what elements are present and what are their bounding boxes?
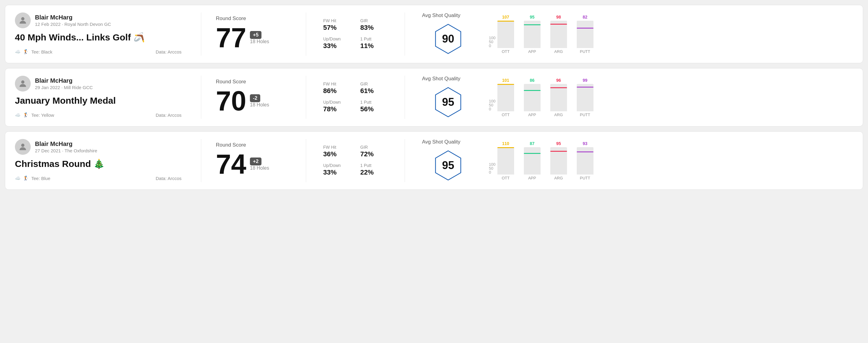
updown-value: 33% <box>323 42 350 50</box>
bar-group-arg: 98 ARG <box>550 14 567 54</box>
bar-wrapper-arg <box>550 84 567 111</box>
fw-hit-label: FW Hit <box>323 18 350 23</box>
bar-group-putt: 82 PUTT <box>577 14 593 54</box>
hexagon-container: 90 <box>431 22 465 56</box>
user-info: Blair McHarg 12 Feb 2022 · Royal North D… <box>35 14 111 27</box>
svg-point-2 <box>21 80 25 84</box>
user-info: Blair McHarg 29 Jan 2022 · Mill Ride GCC <box>35 77 93 90</box>
bar-line-app <box>524 90 540 91</box>
user-name: Blair McHarg <box>35 14 111 21</box>
bar-value-app: 86 <box>530 78 534 83</box>
updown-stat: Up/Down 78% <box>323 100 350 113</box>
chart-section: 100500 107 OTT 95 APP 98 ARG 82 <box>482 12 853 56</box>
avatar <box>15 76 31 92</box>
bar-wrapper-ott <box>497 21 514 48</box>
stats-section: FW Hit 86% GIR 61% Up/Down 78% 1 Putt 56… <box>316 76 395 119</box>
user-header: Blair McHarg 29 Jan 2022 · Mill Ride GCC <box>15 76 182 92</box>
hexagon: 95 <box>431 86 465 119</box>
fw-hit-label: FW Hit <box>323 82 350 86</box>
bar-label-app: APP <box>528 176 536 180</box>
bar-wrapper-app <box>524 147 540 175</box>
tee-info: ☁️ 🏌️ Tee: Blue <box>15 176 51 181</box>
oneputt-label: 1 Putt <box>360 36 388 41</box>
oneputt-value: 22% <box>360 168 388 176</box>
bar-label-app: APP <box>528 113 536 117</box>
round-card-1: Blair McHarg 12 Feb 2022 · Royal North D… <box>5 5 863 63</box>
holes-label: 18 Holes <box>250 165 269 171</box>
updown-stat: Up/Down 33% <box>323 36 350 50</box>
oneputt-stat: 1 Putt 22% <box>360 163 388 176</box>
fw-hit-stat: FW Hit 36% <box>323 145 350 158</box>
user-info: Blair McHarg 27 Dec 2021 · The Oxfordshi… <box>35 141 97 153</box>
stats-grid: FW Hit 36% GIR 72% Up/Down 33% 1 Putt 22… <box>323 145 388 176</box>
quality-score: 90 <box>442 33 454 45</box>
stats-grid: FW Hit 57% GIR 83% Up/Down 33% 1 Putt 11… <box>323 18 388 50</box>
section-divider-3 <box>405 139 405 182</box>
bar-value-ott: 107 <box>502 14 509 20</box>
hexagon-container: 95 <box>431 86 465 119</box>
avg-shot-label: Avg Shot Quality <box>422 12 460 19</box>
updown-value: 33% <box>323 168 350 176</box>
bar-line-arg <box>550 24 567 25</box>
bar-group-putt: 93 PUTT <box>577 141 593 180</box>
score-badge: +2 <box>250 157 261 165</box>
bar-value-putt: 93 <box>583 141 587 146</box>
bar-wrapper-app <box>524 84 540 111</box>
bar-fill-bg <box>577 28 593 48</box>
section-divider-2 <box>306 76 306 119</box>
bar-group-app: 95 APP <box>524 14 540 54</box>
score-row: 74 +2 18 Holes <box>216 151 291 178</box>
section-divider-3 <box>405 12 405 56</box>
bar-line-ott <box>497 147 514 148</box>
bar-fill-bg <box>550 151 567 175</box>
data-source: Data: Arccos <box>156 176 182 181</box>
quality-section: Avg Shot Quality 95 <box>415 139 482 182</box>
bar-value-ott: 101 <box>502 78 509 83</box>
bar-line-ott <box>497 21 514 22</box>
quality-section: Avg Shot Quality 95 <box>415 76 482 119</box>
weather-icon: ☁️ <box>15 112 21 118</box>
bar-fill-bg <box>550 24 567 48</box>
avg-shot-label: Avg Shot Quality <box>422 76 460 82</box>
user-name: Blair McHarg <box>35 141 97 148</box>
bar-value-app: 95 <box>530 14 534 20</box>
bar-label-putt: PUTT <box>580 176 590 180</box>
gir-stat: GIR 72% <box>360 145 388 158</box>
round-title: 40 Mph Winds... Links Golf 🪃 <box>15 32 182 43</box>
fw-hit-stat: FW Hit 86% <box>323 82 350 95</box>
bar-fill-bg <box>577 151 593 175</box>
score-badge: -2 <box>250 94 260 102</box>
section-divider-1 <box>201 76 201 119</box>
gir-stat: GIR 61% <box>360 82 388 95</box>
score-badge: +5 <box>250 31 261 39</box>
hexagon-container: 95 <box>431 149 465 182</box>
user-icon <box>18 15 28 25</box>
bar-fill-bg <box>550 87 567 111</box>
updown-label: Up/Down <box>323 36 350 41</box>
bar-fill-bg <box>524 153 540 175</box>
data-source: Data: Arccos <box>156 49 182 55</box>
holes-label: 18 Holes <box>250 39 269 44</box>
score-row: 77 +5 18 Holes <box>216 24 291 52</box>
bar-group-arg: 95 ARG <box>550 141 567 180</box>
score-number: 70 <box>216 87 246 115</box>
golf-bag-icon: 🏌️ <box>23 112 29 118</box>
oneputt-value: 56% <box>360 105 388 113</box>
bar-label-ott: OTT <box>502 113 509 117</box>
bar-label-putt: PUTT <box>580 49 590 54</box>
round-score-label: Round Score <box>216 79 291 85</box>
bar-group-ott: 110 OTT <box>497 141 514 180</box>
bar-wrapper-putt <box>577 21 593 48</box>
holes-label: 18 Holes <box>250 102 269 107</box>
bar-fill-bg <box>577 87 593 111</box>
oneputt-stat: 1 Putt 11% <box>360 36 388 50</box>
chart-section: 100500 101 OTT 86 APP 96 ARG 99 <box>482 76 853 119</box>
round-card-3: Blair McHarg 27 Dec 2021 · The Oxfordshi… <box>5 131 863 190</box>
golf-bag-icon: 🏌️ <box>23 49 29 55</box>
oneputt-label: 1 Putt <box>360 163 388 168</box>
bar-line-putt <box>577 28 593 29</box>
section-divider-3 <box>405 76 405 119</box>
tee-row: ☁️ 🏌️ Tee: Black Data: Arccos <box>15 49 182 55</box>
bar-wrapper-ott <box>497 84 514 111</box>
bar-value-arg: 95 <box>556 141 561 146</box>
